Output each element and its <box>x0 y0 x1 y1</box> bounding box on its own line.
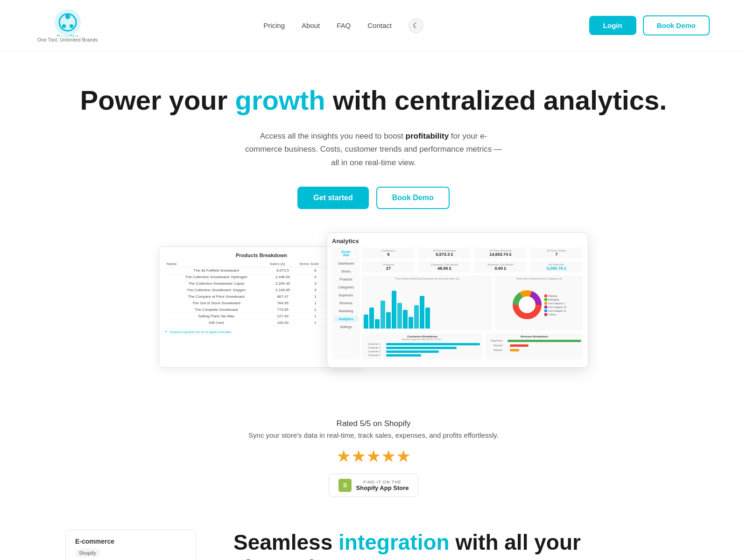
bar-chart-title: Time Series Working Expenses for the pas… <box>364 277 490 280</box>
svg-point-0 <box>55 9 81 35</box>
metrics-row-1: Customers 6 All Time Expenses 5,573.3 £ … <box>362 247 583 259</box>
svg-point-2 <box>65 14 70 19</box>
book-demo-hero-button[interactable]: Book Demo <box>376 187 450 209</box>
sidebar-marketing[interactable]: Marketing <box>334 308 358 314</box>
svg-point-4 <box>70 24 73 28</box>
hbar-row-1: Customer 1 <box>364 343 481 345</box>
integration-cards: E-commerce Shopify Advertising Shopify <box>65 530 196 560</box>
bar-1 <box>364 315 368 329</box>
nav-pricing[interactable]: Pricing <box>263 21 285 29</box>
metrics-row-2: Products 27 Expenses This Month 48.00 £ … <box>362 261 583 273</box>
int-card-ecommerce-title: E-commerce <box>75 538 186 545</box>
hero-section: Power your growth with centralized analy… <box>0 51 747 396</box>
hbar-4 <box>386 354 421 357</box>
analytics-sidebar: EcomStat Dashboard Stores Products Categ… <box>332 247 360 359</box>
metric-customers: Customers 6 <box>362 247 415 259</box>
rev-row-2: Discount <box>487 344 581 347</box>
pb-footer: ↻ <box>165 330 168 334</box>
sidebar-expenses[interactable]: Expenses <box>334 292 358 298</box>
ratings-section: Rated 5/5 on Shopify Sync your store's d… <box>0 396 747 511</box>
sidebar-categories[interactable]: Categories <box>334 284 358 290</box>
bar-3 <box>375 319 380 329</box>
subtext-bold: profitability <box>406 132 449 140</box>
customers-section: Customers Breakdown Repeat Customer Rate… <box>362 333 583 359</box>
main-nav: Pricing About FAQ Contact ☾ <box>263 18 423 33</box>
hbar-row-4: Customer 4 <box>364 354 481 357</box>
hbar-1 <box>386 343 480 345</box>
bar-10 <box>414 305 419 329</box>
hero-subtext: Access all the insights you need to boos… <box>243 130 504 170</box>
sync-text: Sync your store's data in real-time, tra… <box>37 431 710 439</box>
sidebar-analytics[interactable]: Analytics <box>334 316 358 322</box>
rev-bars: Retail Price Discount Refunds <box>487 339 581 352</box>
svg-point-3 <box>62 24 66 28</box>
login-button[interactable]: Login <box>589 16 636 35</box>
hbar-2 <box>386 347 457 349</box>
donut-chart <box>512 290 543 320</box>
svg-point-10 <box>519 296 536 313</box>
bar-5 <box>386 312 391 329</box>
hero-headline: Power your growth with centralized analy… <box>37 84 710 117</box>
analytics-screenshot: Analytics EcomStat Dashboard Stores Prod… <box>327 232 588 368</box>
int-card-ecommerce: E-commerce Shopify <box>65 530 196 560</box>
col-name: Name <box>165 261 268 267</box>
logo-icon: EcomStat <box>54 8 82 36</box>
shopify-icon: S <box>338 479 352 492</box>
bar-11 <box>420 296 424 329</box>
int-card-ecommerce-chips: Shopify <box>75 549 186 557</box>
analytics-title: Analytics <box>332 238 359 245</box>
sidebar-stores[interactable]: Stores <box>334 268 358 274</box>
book-demo-header-button[interactable]: Book Demo <box>643 15 710 35</box>
cb-sub: Repeat Customer Rate (RCR): 60.0% ↑ <box>364 338 481 341</box>
hbar-row-3: Customer 3 <box>364 350 481 353</box>
donut-chart-title: Total Store Expenses by Category (£) <box>497 277 581 280</box>
headline-accent: growth <box>235 85 325 115</box>
headline-pre: Power your <box>80 85 235 115</box>
nav-about[interactable]: About <box>302 21 320 29</box>
rev-hbar-3 <box>510 349 519 351</box>
nav-contact[interactable]: Contact <box>367 21 392 29</box>
sidebar-logo: EcomStat <box>334 250 358 257</box>
sidebar-dashboard[interactable]: Dashboard <box>334 260 358 266</box>
charts-row: Time Series Working Expenses for the pas… <box>362 275 583 330</box>
shopify-badge-text: FIND IT ON THE Shopify App Store <box>356 480 409 491</box>
bar-6 <box>392 291 396 329</box>
headline-post: with centralized analytics. <box>325 85 667 115</box>
shopify-chip: Shopify <box>75 549 100 557</box>
shopify-find-it-text: FIND IT ON THE <box>356 480 409 484</box>
nav-faq[interactable]: FAQ <box>337 21 351 29</box>
rated-text: Rated 5/5 on Shopify <box>37 419 710 428</box>
sidebar-settings[interactable]: Settings <box>334 324 358 330</box>
theme-toggle-button[interactable]: ☾ <box>409 18 423 33</box>
rev-hbar-2 <box>510 344 529 347</box>
bar-2 <box>369 308 374 329</box>
hbar-row-2: Customer 2 <box>364 346 481 349</box>
col-sales: Sales (£) <box>268 261 298 267</box>
dashboard-preview: Products Breakdown Name Sales (£) Items … <box>159 232 588 377</box>
customers-breakdown: Customers Breakdown Repeat Customer Rate… <box>362 333 483 359</box>
metric-orders: All Time Orders 7 <box>530 247 583 259</box>
donut-chart-box: Total Store Expenses by Category (£) <box>495 275 583 330</box>
svg-text:EcomStat: EcomStat <box>57 35 79 36</box>
hero-buttons: Get started Book Demo <box>37 187 710 209</box>
sidebar-products[interactable]: Products <box>334 276 358 282</box>
revenue-breakdown: Revenue Breakdown Retail Price Discount <box>486 333 583 359</box>
integration-text: Seamless integration with all your chann… <box>233 530 682 560</box>
header-actions: Login Book Demo <box>589 15 710 35</box>
metric-exp-month: Expenses This Month 48.00 £ <box>418 261 471 273</box>
donut-container: Shipping Packaging Cost Category 1 Cost … <box>497 281 581 329</box>
metric-expenses: All Time Expenses 5,573.3 £ <box>418 247 471 259</box>
stars: ★★★★★ <box>37 447 710 466</box>
hbar-3 <box>386 350 439 353</box>
rev-row-1: Retail Price <box>487 339 581 342</box>
int-headline-pre: Seamless <box>233 530 338 554</box>
shopify-badge[interactable]: S FIND IT ON THE Shopify App Store <box>329 474 419 497</box>
bar-12 <box>425 308 430 329</box>
logo[interactable]: EcomStat One Tool, Unlimited Brands <box>37 8 98 42</box>
bar-4 <box>381 301 385 329</box>
sidebar-revenue[interactable]: Revenue <box>334 300 358 306</box>
pb-footer-text: Choose a product for an in-depth overvie… <box>169 330 231 334</box>
bar-chart <box>364 281 490 329</box>
metric-rev-month: Revenue This Month 0.00 £ <box>474 261 527 273</box>
get-started-button[interactable]: Get started <box>297 187 368 209</box>
